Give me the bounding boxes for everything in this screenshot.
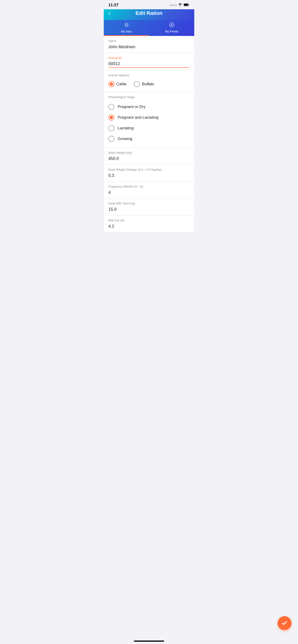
body-weight-field-group: Body Weight (Kg) 450.0 <box>104 148 194 164</box>
pregnancy-months-label: Pregnancy Months (0 – 9) <box>108 185 190 188</box>
daily-milk-yield-label: Daily Milk Yield (Kg) <box>108 202 190 205</box>
animal-species-label: Animal Species <box>104 70 194 79</box>
tab-my-data[interactable]: My data <box>104 20 149 36</box>
animal-id-field-group: Animal ID <box>104 53 194 70</box>
lactating-label: Lactating <box>118 126 134 130</box>
header-top: ‹ Edit Ration <box>104 9 194 20</box>
pregnancy-months-value: 4 <box>108 189 190 196</box>
daily-milk-yield-field-group: Daily Milk Yield (Kg) 15.0 <box>104 198 194 215</box>
buffalo-radio-button[interactable] <box>134 81 140 87</box>
species-buffalo-option[interactable]: Buffalo <box>134 81 154 87</box>
svg-rect-1 <box>184 4 188 6</box>
form: Name John Abraham Animal ID Animal Speci… <box>104 36 194 232</box>
species-radio-row: Cattle Buffalo <box>108 80 190 88</box>
signal-dots-icon <box>170 5 177 6</box>
svg-point-2 <box>125 24 127 26</box>
status-bar: 11:27 <box>104 0 194 9</box>
cattle-label: Cattle <box>116 82 127 86</box>
status-icons <box>170 3 190 7</box>
stage-growing-option[interactable]: Growing <box>108 134 190 144</box>
milk-fat-value: 4.2 <box>108 223 190 230</box>
stage-pregnant-lactating-option[interactable]: Pregnant and Lactating <box>108 112 190 123</box>
pregnant-lactating-radio-button[interactable] <box>108 114 114 120</box>
body-weight-value: 450.0 <box>108 155 190 162</box>
tabs: My data My Feeds <box>104 20 194 36</box>
tab-my-data-label: My data <box>121 30 132 33</box>
back-button[interactable]: ‹ <box>108 10 111 16</box>
buffalo-label: Buffalo <box>142 82 154 86</box>
battery-icon <box>184 3 190 7</box>
cattle-radio-button[interactable] <box>108 81 114 87</box>
growing-radio-button[interactable] <box>108 136 114 142</box>
physiological-stage-section: Physiological Stage Pregnant or Dry Preg… <box>104 92 194 148</box>
milk-fat-label: Milk Fat (%) <box>108 218 190 222</box>
pregnancy-months-field-group: Pregnancy Months (0 – 9) 4 <box>104 182 194 198</box>
pregnant-lactating-label: Pregnant and Lactating <box>118 115 159 120</box>
physiological-stage-label: Physiological Stage <box>104 92 194 100</box>
milk-fat-field-group: Milk Fat (%) 4.2 <box>104 215 194 232</box>
name-value: John Abraham <box>108 44 190 50</box>
body-weight-label: Body Weight (Kg) <box>108 151 190 154</box>
daily-milk-yield-value: 15.0 <box>108 206 190 213</box>
tab-my-feeds-label: My Feeds <box>165 30 178 33</box>
stage-radio-group: Pregnant or Dry Pregnant and Lactating L… <box>104 100 194 148</box>
page-title: Edit Ration <box>136 10 162 16</box>
wifi-icon <box>178 3 182 7</box>
plus-circle-icon <box>169 22 174 29</box>
tab-my-feeds[interactable]: My Feeds <box>149 20 194 36</box>
stage-lactating-option[interactable]: Lactating <box>108 123 190 134</box>
pregnant-dry-label: Pregnant or Dry <box>118 104 146 109</box>
animal-species-section: Animal Species Cattle Buffalo <box>104 70 194 92</box>
lactating-radio-button[interactable] <box>108 125 114 131</box>
name-field-group: Name John Abraham <box>104 36 194 53</box>
species-radio-group: Cattle Buffalo <box>104 79 194 92</box>
status-time: 11:27 <box>108 3 118 8</box>
name-label: Name <box>108 39 190 43</box>
body-weight-change-value: 0.3 <box>108 172 190 179</box>
growing-label: Growing <box>118 136 132 141</box>
animal-id-label: Animal ID <box>108 56 190 60</box>
species-cattle-option[interactable]: Cattle <box>108 81 127 87</box>
stage-pregnant-dry-option[interactable]: Pregnant or Dry <box>108 102 190 112</box>
body-weight-change-label: Body Weight Change (0.0 – 0.9 Kg/day) <box>108 168 190 171</box>
header: ‹ Edit Ration My data My Feeds <box>104 9 194 36</box>
body-weight-change-field-group: Body Weight Change (0.0 – 0.9 Kg/day) 0.… <box>104 164 194 182</box>
pregnant-dry-radio-button[interactable] <box>108 104 114 110</box>
animal-id-input[interactable] <box>108 60 190 68</box>
lightbulb-icon <box>124 22 129 29</box>
